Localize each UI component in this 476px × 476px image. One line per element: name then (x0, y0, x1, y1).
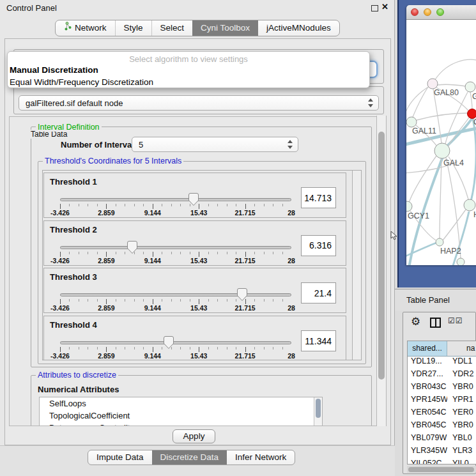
cell: YDL1 (447, 357, 476, 369)
table-row[interactable]: YPR145WYPR1 (408, 395, 476, 408)
slider-tick-labels: -3.4262.8599.14415.4321.71528 (60, 352, 291, 360)
algorithm-dropdown-popup: Select algorithm to view settings Manual… (7, 51, 370, 88)
tab-label: Network (75, 20, 107, 36)
network-window-frame: GAL80GACGAL11GAL4GCY1HHAP2 (397, 0, 476, 288)
table-hscrollbar-thumb[interactable] (408, 467, 474, 472)
slider-tick-labels: -3.4262.8599.14415.4321.71528 (60, 304, 291, 312)
algorithm-popup-hint: Select algorithm to view settings (8, 52, 369, 64)
threshold-row: Threshold 3 -3.4262.8599.14415.4321.7152… (43, 268, 346, 313)
split-columns-icon[interactable] (430, 318, 441, 328)
table-row[interactable]: YDL19...YDL1 (408, 357, 476, 369)
main-scrollbar[interactable] (376, 116, 387, 426)
float-window-icon[interactable] (371, 5, 378, 12)
cell: YLR345W (408, 446, 447, 459)
tab-network[interactable]: Network (56, 20, 115, 36)
table-row[interactable]: YBL079WYBL0 (408, 433, 476, 446)
slider-major-ticks (60, 252, 291, 257)
tick-label: 2.859 (98, 304, 114, 312)
attribute-item-betweennesscentrality[interactable]: BetweennessCentrality (40, 422, 322, 426)
slider-major-ticks (60, 347, 291, 352)
cell: YLR3 (447, 446, 476, 459)
column-header-na[interactable]: na (447, 341, 476, 356)
tick-label: 21.715 (235, 257, 256, 265)
table-hscrollbar[interactable] (407, 466, 476, 473)
threshold-slider[interactable] (60, 198, 291, 201)
table-panel: ⚙ ☑☑ shared...na YDL19...YDL1YDR27...YDR… (403, 312, 476, 474)
tab-label: Style (124, 20, 143, 36)
tick-label: 2.859 (98, 209, 114, 217)
table-row[interactable]: YIL052CYIL0 (408, 459, 476, 464)
threshold-slider[interactable] (60, 341, 291, 344)
threshold-row: Threshold 4 -3.4262.8599.14415.4321.7152… (43, 316, 346, 360)
thresholds-group: Threshold's Coordinates for 5 Intervals … (38, 161, 366, 364)
tab-select[interactable]: Select (151, 20, 193, 36)
gear-icon[interactable]: ⚙ (411, 315, 420, 328)
apply-button[interactable]: Apply (173, 429, 215, 443)
threshold-value-field[interactable] (301, 330, 336, 351)
table-data-combobox[interactable]: galFiltered.sif default node (19, 95, 379, 111)
table-row[interactable]: YER054CYER0 (408, 408, 476, 420)
network-node[interactable] (457, 258, 464, 265)
cell: YBR0 (447, 420, 476, 433)
minimize-traffic-light-icon[interactable] (424, 8, 431, 16)
threshold-label: Threshold 4 (50, 320, 97, 330)
table-row[interactable]: YBR045CYBR0 (408, 420, 476, 433)
tab-jactivemnodules[interactable]: jActiveMNodules (258, 20, 339, 36)
network-node-ga[interactable] (465, 82, 475, 92)
popup-item-manual-discretization[interactable]: Manual Discretization (8, 64, 369, 76)
network-node-gcy1[interactable] (406, 201, 412, 211)
threshold-slider[interactable] (60, 293, 291, 296)
network-icon (64, 20, 72, 36)
attribute-item-topologicalcoefficient[interactable]: TopologicalCoefficient (40, 410, 322, 422)
number-of-intervals-combobox[interactable]: 5 (132, 137, 298, 152)
thresholds-scrollbar[interactable] (352, 171, 361, 360)
attributes-group-label: Attributes to discretize (36, 371, 118, 380)
table-row[interactable]: YLR345WYLR3 (408, 446, 476, 459)
network-node-h[interactable] (464, 199, 475, 211)
number-of-intervals-label: Number of Intervals (61, 140, 139, 150)
control-panel-titlebar: Control Panel ✕ (0, 0, 394, 16)
network-node-hap2[interactable] (436, 238, 443, 246)
right-region: GAL80GACGAL11GAL4GCY1HHAP2 Table Panel ⚙… (395, 0, 476, 476)
checkbox-icons[interactable]: ☑☑ (448, 316, 463, 325)
cell: YBR045C (408, 420, 447, 433)
tick-label: -3.426 (50, 209, 70, 217)
table-row[interactable]: YDR27...YDR2 (408, 369, 476, 382)
zoom-traffic-light-icon[interactable] (436, 8, 444, 16)
main-scrollbar-thumb[interactable] (378, 132, 385, 380)
threshold-label: Threshold 2 (50, 225, 97, 234)
threshold-value-field[interactable] (301, 187, 336, 208)
cell: YBR0 (447, 382, 476, 395)
network-node-gal11[interactable] (406, 117, 417, 127)
network-node-gal80[interactable] (427, 79, 438, 89)
network-node-gal4[interactable] (434, 143, 450, 158)
bottom-tab-bar: Impute DataDiscretize DataInfer Network (88, 450, 295, 465)
attributes-group: Attributes to discretize Numerical Attri… (31, 375, 372, 426)
popup-item-equal-width-frequency-discretization[interactable]: Equal Width/Frequency Discretization (8, 76, 369, 88)
cell: YBR043C (408, 382, 447, 395)
slider-major-ticks (60, 299, 291, 304)
tab-cyni-toolbox[interactable]: Cyni Toolbox (192, 20, 258, 36)
threshold-slider[interactable] (60, 246, 291, 249)
tab-impute-data[interactable]: Impute Data (88, 450, 152, 464)
tab-label: Select (160, 20, 185, 36)
column-header-shared[interactable]: shared... (408, 341, 447, 356)
network-canvas[interactable]: GAL80GACGAL11GAL4GCY1HHAP2 (406, 20, 476, 265)
close-traffic-light-icon[interactable] (411, 8, 418, 16)
threshold-value-field[interactable] (301, 282, 336, 303)
tab-style[interactable]: Style (115, 20, 151, 36)
attributes-scrollbar[interactable] (314, 397, 322, 426)
tab-label: Cyni Toolbox (201, 20, 250, 36)
attribute-item-selfloops[interactable]: SelfLoops (40, 397, 322, 410)
close-icon[interactable]: ✕ (381, 2, 388, 12)
threshold-value-field[interactable] (301, 235, 336, 256)
tab-discretize-data[interactable]: Discretize Data (152, 450, 227, 464)
network-window-titlebar[interactable] (406, 5, 476, 20)
tick-label: 21.715 (235, 304, 256, 312)
tab-label: jActiveMNodules (266, 20, 331, 36)
tick-label: 15.43 (190, 352, 207, 360)
attributes-scrollbar-thumb[interactable] (316, 399, 321, 418)
table-row[interactable]: YBR043CYBR0 (408, 382, 476, 395)
tick-label: 28 (288, 304, 295, 312)
tab-infer-network[interactable]: Infer Network (227, 450, 295, 464)
